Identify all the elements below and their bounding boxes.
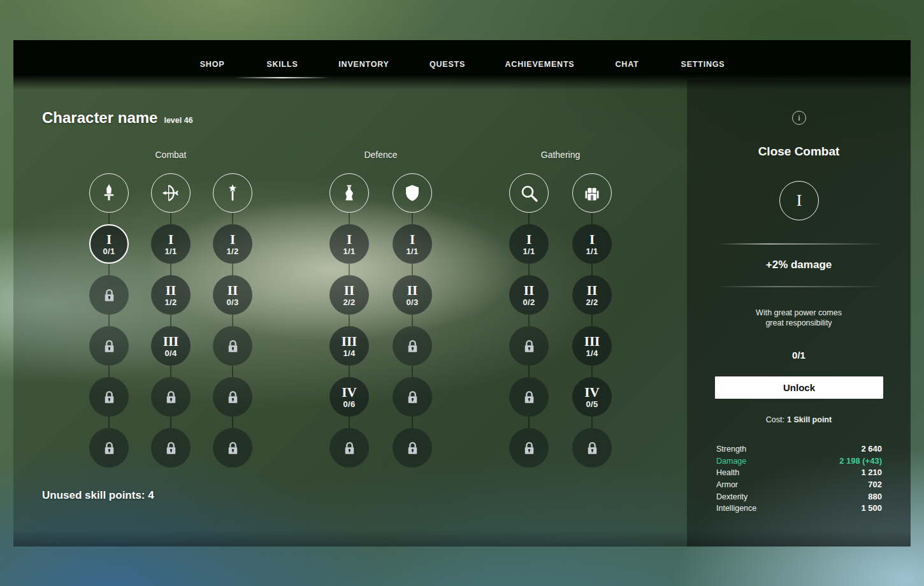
skill-tier-node[interactable]: II2/2 — [572, 275, 612, 315]
skill-tier-node[interactable]: II0/3 — [213, 275, 252, 315]
skill-group-combat: CombatI0/1I1/1II1/2III0/4I1/2II0/3 — [89, 150, 252, 468]
connector-line — [528, 213, 530, 224]
lock-icon — [404, 440, 421, 457]
skill-tier-node[interactable]: II0/2 — [509, 275, 549, 315]
skill-tier-locked[interactable] — [213, 428, 252, 468]
skill-tier-node[interactable]: III1/4 — [572, 326, 612, 366]
skill-icon-button[interactable] — [572, 173, 612, 213]
skill-icon-button[interactable] — [509, 173, 549, 213]
lock-icon — [404, 389, 421, 406]
tab-settings[interactable]: SETTINGS — [681, 60, 725, 69]
skill-tier-locked[interactable] — [393, 326, 432, 366]
tab-chat[interactable]: CHAT — [616, 60, 639, 69]
connector-line — [232, 417, 233, 428]
skill-tier-locked[interactable] — [329, 428, 369, 468]
tier-progress: 1/4 — [586, 348, 598, 358]
tab-achievements[interactable]: ACHIEVEMENTS — [505, 60, 575, 69]
skill-tier-locked[interactable] — [213, 326, 252, 366]
connector-line — [232, 213, 233, 224]
character-header: Character namelevel 46 — [42, 109, 193, 127]
connector-line — [170, 264, 171, 275]
divider — [720, 243, 879, 245]
skill-tier-locked[interactable] — [393, 428, 432, 468]
tier-numeral: I — [230, 232, 235, 247]
skill-icon-button[interactable] — [393, 173, 432, 213]
connector-line — [232, 315, 233, 326]
tier-numeral: I — [526, 232, 531, 247]
divider — [720, 286, 879, 287]
skill-tier-node[interactable]: II2/2 — [329, 275, 369, 315]
skill-tier-node[interactable]: II0/3 — [393, 275, 432, 315]
skill-tier-node[interactable]: III0/4 — [151, 326, 191, 366]
skill-tier-node[interactable]: II1/2 — [151, 275, 191, 315]
skill-icon-button[interactable] — [329, 173, 369, 213]
tab-skills[interactable]: SKILLS — [266, 60, 298, 69]
connector-line — [591, 264, 593, 275]
skill-tier-node[interactable]: I1/1 — [393, 224, 432, 264]
lock-icon — [162, 389, 180, 406]
skill-tier-node[interactable]: I1/1 — [329, 224, 369, 264]
skill-tier-locked[interactable] — [89, 275, 129, 315]
connector-line — [528, 264, 530, 275]
stat-label: Dexterity — [716, 492, 747, 501]
tier-progress: 1/1 — [586, 247, 598, 256]
skill-tier-locked[interactable] — [213, 377, 252, 417]
active-tab-underline — [235, 77, 330, 78]
skill-tier-locked[interactable] — [89, 326, 129, 366]
info-icon[interactable]: i — [792, 111, 806, 125]
connector-line — [591, 315, 593, 326]
stat-value: 1 500 — [861, 503, 882, 513]
skill-progress: 0/1 — [687, 350, 911, 361]
skill-tier-locked[interactable] — [89, 377, 129, 417]
skill-column: I0/1 — [89, 173, 129, 468]
lock-icon — [521, 440, 538, 457]
skill-tier-node[interactable]: I1/1 — [151, 224, 191, 264]
skill-tier-node[interactable]: I0/1 — [89, 224, 129, 264]
skill-tier-locked[interactable] — [151, 428, 191, 468]
skill-tier-locked[interactable] — [509, 428, 549, 468]
skill-icon-button[interactable] — [89, 173, 129, 213]
connector-line — [232, 366, 233, 377]
tab-inventory[interactable]: INVENTORY — [338, 60, 389, 69]
tier-progress: 0/6 — [343, 399, 356, 409]
skill-tier-node[interactable]: III1/4 — [329, 326, 369, 366]
tier-numeral: I — [589, 232, 595, 247]
tier-progress: 0/1 — [103, 247, 115, 256]
skill-tier-locked[interactable] — [393, 377, 432, 417]
skill-column: I1/1II2/2III1/4IV0/6 — [329, 173, 369, 468]
unlock-button[interactable]: Unlock — [715, 376, 883, 399]
skill-tier-node[interactable]: IV0/6 — [329, 377, 369, 417]
skill-icon-button[interactable] — [213, 173, 252, 213]
group-columns: I1/1II2/2III1/4IV0/6I1/1II0/3 — [329, 173, 432, 468]
lock-icon — [584, 440, 601, 457]
top-nav: SHOPSKILLSINVENTORYQUESTSACHIEVEMENTSCHA… — [13, 40, 911, 90]
character-name: Character name — [42, 109, 157, 126]
skill-tier-node[interactable]: I1/1 — [572, 224, 612, 264]
shield-icon — [403, 183, 422, 203]
skill-tier-locked[interactable] — [572, 428, 612, 468]
skill-tier-locked[interactable] — [509, 377, 549, 417]
stat-value: 2 640 — [861, 444, 882, 454]
skill-tier-node[interactable]: IV0/5 — [572, 377, 612, 417]
group-label-gathering: Gathering — [509, 150, 612, 161]
tier-progress: 1/1 — [165, 247, 177, 256]
stats-list: Strength2 640Damage2 198 (+43)Health1 21… — [716, 444, 882, 515]
stat-label: Strength — [716, 445, 746, 454]
stat-value: 880 — [868, 492, 882, 501]
tier-progress: 1/1 — [343, 247, 356, 256]
skill-tier-locked[interactable] — [509, 326, 549, 366]
tier-progress: 0/5 — [586, 399, 598, 409]
skill-tier-node[interactable]: I1/2 — [213, 224, 252, 264]
skill-icon-button[interactable] — [151, 173, 191, 213]
tier-numeral: II — [587, 283, 597, 297]
tab-quests[interactable]: QUESTS — [430, 60, 465, 69]
skill-tier-node[interactable]: I1/1 — [509, 224, 549, 264]
tab-shop[interactable]: SHOP — [200, 60, 225, 69]
magnifier-icon — [519, 183, 539, 203]
skill-tier-locked[interactable] — [151, 377, 191, 417]
connector-line — [528, 417, 530, 428]
skill-detail-panel: i Close Combat I +2% damage With great p… — [687, 80, 911, 547]
skill-tier-locked[interactable] — [89, 428, 129, 468]
lock-icon — [404, 338, 421, 355]
tier-numeral: II — [227, 283, 238, 297]
